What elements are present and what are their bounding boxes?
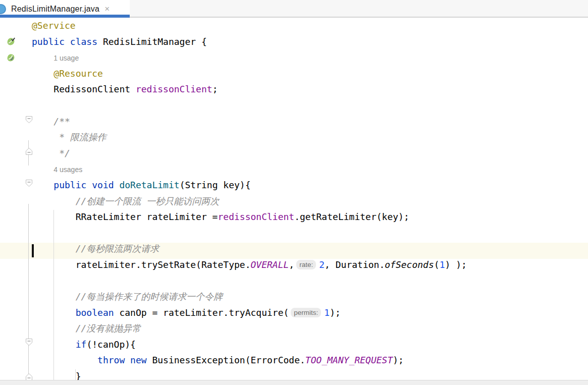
spring-dependency-icon[interactable] bbox=[6, 53, 16, 63]
code-segment: boolean bbox=[32, 307, 114, 318]
code-editor[interactable]: @Servicepublic class RedisLimitManager {… bbox=[0, 18, 588, 380]
code-segment: redissonClient bbox=[218, 211, 294, 222]
code-segment: OVERALL bbox=[250, 259, 289, 270]
code-segment bbox=[32, 163, 54, 174]
code-segment: public class bbox=[32, 36, 97, 47]
active-tab-underline bbox=[0, 15, 130, 18]
code-segment: BusinessException(ErrorCode. bbox=[147, 355, 305, 365]
code-segment: //每秒限流两次请求 bbox=[32, 243, 159, 254]
parameter-hint[interactable]: rate: bbox=[296, 260, 316, 269]
code-segment bbox=[32, 52, 54, 63]
tab-title: RedisLimitManager.java bbox=[11, 5, 99, 14]
code-segment: //每当操作来了的时候请求一个令牌 bbox=[32, 291, 223, 302]
code-segment: (!canOp){ bbox=[86, 339, 136, 350]
usages-inlay[interactable]: 1 usage bbox=[54, 54, 79, 62]
code-area[interactable]: @Servicepublic class RedisLimitManager {… bbox=[0, 18, 588, 384]
code-line[interactable]: RedissonClient redissonClient; bbox=[0, 81, 588, 97]
java-class-icon bbox=[0, 3, 7, 15]
code-line[interactable]: /** bbox=[0, 114, 588, 130]
parameter-hint[interactable]: permits: bbox=[291, 308, 321, 317]
code-line[interactable]: @Service bbox=[0, 18, 588, 34]
text-caret bbox=[32, 244, 34, 257]
code-segment: rateLimiter.trySetRate(RateType. bbox=[32, 259, 250, 270]
code-line[interactable]: 1 usage bbox=[0, 49, 588, 66]
code-segment: doRetaLimit bbox=[119, 180, 179, 190]
code-segment: redissonClient bbox=[136, 84, 212, 94]
code-segment bbox=[114, 180, 120, 190]
usages-inlay[interactable]: 4 usages bbox=[54, 166, 82, 174]
fold-end-marker[interactable] bbox=[25, 147, 33, 155]
code-segment: @Service bbox=[32, 20, 76, 31]
code-segment: ) ); bbox=[445, 259, 467, 270]
code-segment: * 限流操作 bbox=[32, 132, 106, 142]
code-segment: @Resource bbox=[54, 68, 103, 79]
code-line[interactable]: //每当操作来了的时候请求一个令牌 bbox=[0, 289, 588, 305]
close-icon[interactable]: × bbox=[104, 5, 110, 13]
code-segment: .getRateLimiter(key); bbox=[294, 211, 409, 222]
code-segment: 1 bbox=[324, 307, 330, 318]
code-line[interactable]: 4 usages bbox=[0, 161, 588, 177]
code-line[interactable]: @Resource bbox=[0, 66, 588, 82]
fold-start-marker[interactable] bbox=[25, 338, 33, 346]
code-line[interactable] bbox=[0, 273, 588, 289]
tab-redislimitmanager[interactable]: RedisLimitManager.java × bbox=[0, 0, 130, 18]
code-segment: RedisLimitManager { bbox=[97, 36, 207, 47]
code-line[interactable] bbox=[0, 225, 588, 241]
code-line[interactable]: */ bbox=[0, 145, 588, 161]
code-line[interactable] bbox=[0, 97, 588, 114]
ide-window: RedisLimitManager.java × @Servicepublic … bbox=[0, 0, 588, 385]
code-line[interactable]: rateLimiter.trySetRate(RateType.OVERALL,… bbox=[0, 257, 588, 273]
code-segment: 2 bbox=[319, 259, 325, 270]
code-segment: ); bbox=[393, 355, 404, 365]
code-segment: RedissonClient bbox=[32, 84, 136, 94]
code-segment: , bbox=[289, 259, 294, 270]
code-line[interactable]: boolean canOp = rateLimiter.tryAcquire(p… bbox=[0, 305, 588, 321]
code-line[interactable]: //创建一个限流 一秒只能访问两次 bbox=[0, 193, 588, 209]
code-line[interactable]: //每秒限流两次请求 bbox=[0, 241, 588, 257]
code-segment: RRateLimiter rateLimiter = bbox=[32, 211, 218, 222]
code-segment: throw new bbox=[32, 355, 147, 365]
code-segment bbox=[32, 68, 54, 79]
code-segment: public void bbox=[32, 180, 114, 190]
code-segment: (String key){ bbox=[180, 180, 251, 190]
code-segment: ; bbox=[212, 84, 218, 94]
code-line[interactable]: throw new BusinessException(ErrorCode.TO… bbox=[0, 352, 588, 368]
fold-start-marker[interactable] bbox=[25, 179, 33, 187]
code-line[interactable]: RRateLimiter rateLimiter =redissonClient… bbox=[0, 209, 588, 225]
code-line[interactable]: //没有就抛异常 bbox=[0, 320, 588, 337]
editor-tab-bar: RedisLimitManager.java × bbox=[0, 0, 588, 18]
status-bar-edge bbox=[0, 380, 588, 385]
code-line[interactable]: public void doRetaLimit(String key){ bbox=[0, 177, 588, 193]
code-segment: ); bbox=[330, 307, 341, 318]
code-segment: //没有就抛异常 bbox=[32, 323, 141, 334]
code-segment: canOp = rateLimiter.tryAcquire( bbox=[114, 307, 289, 318]
code-segment: ofSeconds bbox=[385, 259, 434, 270]
code-segment: , Duration. bbox=[325, 259, 385, 270]
code-line[interactable]: public class RedisLimitManager { bbox=[0, 34, 588, 50]
code-segment: 1 bbox=[440, 259, 445, 270]
code-segment: */ bbox=[32, 148, 70, 158]
code-segment: TOO_MANY_REQUEST bbox=[305, 355, 393, 365]
code-segment: //创建一个限流 一秒只能访问两次 bbox=[32, 196, 219, 206]
code-segment: if bbox=[32, 339, 86, 350]
code-line[interactable]: if(!canOp){ bbox=[0, 337, 588, 353]
code-segment: /** bbox=[32, 116, 70, 127]
spring-bean-icon[interactable] bbox=[6, 37, 16, 46]
code-segment: ( bbox=[434, 259, 440, 270]
fold-start-marker[interactable] bbox=[25, 116, 33, 124]
code-line[interactable]: * 限流操作 bbox=[0, 129, 588, 145]
